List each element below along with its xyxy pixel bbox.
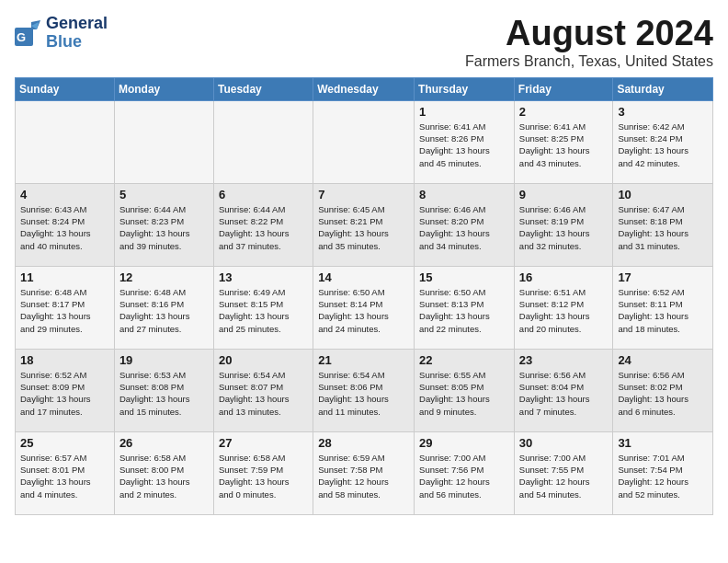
calendar-cell: 27Sunrise: 6:58 AM Sunset: 7:59 PM Dayli…	[213, 431, 313, 514]
weekday-header-tuesday: Tuesday	[213, 77, 313, 100]
calendar-header: SundayMondayTuesdayWednesdayThursdayFrid…	[16, 77, 713, 100]
day-number: 7	[318, 188, 409, 201]
day-number: 4	[20, 188, 109, 201]
calendar-cell: 21Sunrise: 6:54 AM Sunset: 8:06 PM Dayli…	[313, 349, 415, 431]
day-number: 19	[119, 353, 209, 367]
day-number: 2	[519, 105, 609, 119]
calendar-cell: 8Sunrise: 6:46 AM Sunset: 8:20 PM Daylig…	[415, 183, 515, 266]
logo-text-general: General	[46, 15, 108, 33]
weekday-header-sunday: Sunday	[16, 77, 115, 100]
day-info: Sunrise: 6:56 AM Sunset: 8:02 PM Dayligh…	[618, 369, 708, 418]
day-info: Sunrise: 6:55 AM Sunset: 8:05 PM Dayligh…	[419, 369, 509, 418]
day-number: 16	[519, 270, 609, 284]
day-info: Sunrise: 6:42 AM Sunset: 8:24 PM Dayligh…	[618, 121, 708, 169]
calendar-cell: 5Sunrise: 6:44 AM Sunset: 8:23 PM Daylig…	[114, 183, 213, 266]
calendar-week-row: 4Sunrise: 6:43 AM Sunset: 8:24 PM Daylig…	[16, 183, 713, 266]
day-number: 24	[618, 353, 708, 367]
weekday-header-saturday: Saturday	[613, 77, 713, 100]
calendar-week-row: 25Sunrise: 6:57 AM Sunset: 8:01 PM Dayli…	[16, 431, 713, 514]
day-number: 25	[20, 436, 109, 450]
day-info: Sunrise: 6:53 AM Sunset: 8:08 PM Dayligh…	[119, 369, 209, 418]
day-number: 1	[419, 105, 509, 119]
day-number: 8	[419, 188, 509, 201]
calendar-cell: 19Sunrise: 6:53 AM Sunset: 8:08 PM Dayli…	[114, 349, 213, 431]
day-info: Sunrise: 6:41 AM Sunset: 8:26 PM Dayligh…	[419, 121, 509, 169]
calendar-cell: 2Sunrise: 6:41 AM Sunset: 8:25 PM Daylig…	[514, 100, 613, 183]
calendar-cell: 30Sunrise: 7:00 AM Sunset: 7:55 PM Dayli…	[514, 431, 613, 514]
calendar-cell: 25Sunrise: 6:57 AM Sunset: 8:01 PM Dayli…	[16, 431, 115, 514]
day-number: 10	[618, 188, 708, 201]
day-info: Sunrise: 6:52 AM Sunset: 8:11 PM Dayligh…	[618, 286, 708, 335]
calendar-cell	[114, 100, 213, 183]
svg-text:G: G	[17, 30, 26, 44]
day-number: 9	[519, 188, 609, 201]
day-number: 12	[119, 270, 209, 284]
day-info: Sunrise: 6:58 AM Sunset: 8:00 PM Dayligh…	[119, 452, 209, 500]
calendar-cell: 23Sunrise: 6:56 AM Sunset: 8:04 PM Dayli…	[514, 349, 613, 431]
day-info: Sunrise: 6:44 AM Sunset: 8:22 PM Dayligh…	[219, 203, 308, 252]
day-number: 29	[419, 436, 509, 450]
day-info: Sunrise: 6:41 AM Sunset: 8:25 PM Dayligh…	[519, 121, 609, 169]
calendar-cell: 22Sunrise: 6:55 AM Sunset: 8:05 PM Dayli…	[415, 349, 515, 431]
day-number: 5	[119, 188, 209, 201]
day-info: Sunrise: 6:47 AM Sunset: 8:18 PM Dayligh…	[618, 203, 708, 252]
day-info: Sunrise: 6:52 AM Sunset: 8:09 PM Dayligh…	[20, 369, 109, 418]
day-info: Sunrise: 6:50 AM Sunset: 8:13 PM Dayligh…	[419, 286, 509, 335]
day-info: Sunrise: 6:56 AM Sunset: 8:04 PM Dayligh…	[519, 369, 609, 418]
calendar-cell: 15Sunrise: 6:50 AM Sunset: 8:13 PM Dayli…	[415, 266, 515, 349]
weekday-header-monday: Monday	[114, 77, 213, 100]
calendar-cell: 31Sunrise: 7:01 AM Sunset: 7:54 PM Dayli…	[613, 431, 713, 514]
day-info: Sunrise: 6:46 AM Sunset: 8:19 PM Dayligh…	[519, 203, 609, 252]
calendar-cell	[16, 100, 115, 183]
day-info: Sunrise: 6:59 AM Sunset: 7:58 PM Dayligh…	[318, 452, 409, 500]
calendar-cell: 26Sunrise: 6:58 AM Sunset: 8:00 PM Dayli…	[114, 431, 213, 514]
day-number: 28	[318, 436, 409, 450]
calendar-cell: 28Sunrise: 6:59 AM Sunset: 7:58 PM Dayli…	[313, 431, 415, 514]
calendar-cell: 10Sunrise: 6:47 AM Sunset: 8:18 PM Dayli…	[613, 183, 713, 266]
weekday-header-thursday: Thursday	[415, 77, 515, 100]
logo: G General Blue	[15, 15, 108, 52]
calendar-week-row: 1Sunrise: 6:41 AM Sunset: 8:26 PM Daylig…	[16, 100, 713, 183]
day-info: Sunrise: 6:54 AM Sunset: 8:06 PM Dayligh…	[318, 369, 409, 418]
day-info: Sunrise: 6:57 AM Sunset: 8:01 PM Dayligh…	[20, 452, 109, 500]
calendar-cell: 16Sunrise: 6:51 AM Sunset: 8:12 PM Dayli…	[514, 266, 613, 349]
calendar-cell: 3Sunrise: 6:42 AM Sunset: 8:24 PM Daylig…	[613, 100, 713, 183]
day-info: Sunrise: 6:50 AM Sunset: 8:14 PM Dayligh…	[318, 286, 409, 335]
day-number: 21	[318, 353, 409, 367]
weekday-header-friday: Friday	[514, 77, 613, 100]
page-header: G General Blue August 2024 Farmers Branc…	[15, 15, 713, 70]
title-block: August 2024 Farmers Branch, Texas, Unite…	[465, 15, 713, 70]
day-info: Sunrise: 6:48 AM Sunset: 8:17 PM Dayligh…	[20, 286, 109, 335]
calendar-cell: 11Sunrise: 6:48 AM Sunset: 8:17 PM Dayli…	[16, 266, 115, 349]
calendar-cell: 9Sunrise: 6:46 AM Sunset: 8:19 PM Daylig…	[514, 183, 613, 266]
day-number: 13	[219, 270, 308, 284]
logo-icon: G	[15, 20, 42, 46]
calendar-cell: 14Sunrise: 6:50 AM Sunset: 8:14 PM Dayli…	[313, 266, 415, 349]
calendar-cell: 24Sunrise: 6:56 AM Sunset: 8:02 PM Dayli…	[613, 349, 713, 431]
day-number: 31	[618, 436, 708, 450]
calendar-cell: 20Sunrise: 6:54 AM Sunset: 8:07 PM Dayli…	[213, 349, 313, 431]
calendar-cell: 12Sunrise: 6:48 AM Sunset: 8:16 PM Dayli…	[114, 266, 213, 349]
day-info: Sunrise: 6:54 AM Sunset: 8:07 PM Dayligh…	[219, 369, 308, 418]
day-number: 27	[219, 436, 308, 450]
calendar-week-row: 18Sunrise: 6:52 AM Sunset: 8:09 PM Dayli…	[16, 349, 713, 431]
calendar-cell: 29Sunrise: 7:00 AM Sunset: 7:56 PM Dayli…	[415, 431, 515, 514]
day-info: Sunrise: 6:51 AM Sunset: 8:12 PM Dayligh…	[519, 286, 609, 335]
day-info: Sunrise: 6:49 AM Sunset: 8:15 PM Dayligh…	[219, 286, 308, 335]
weekday-row: SundayMondayTuesdayWednesdayThursdayFrid…	[16, 77, 713, 100]
day-info: Sunrise: 6:45 AM Sunset: 8:21 PM Dayligh…	[318, 203, 409, 252]
day-info: Sunrise: 6:46 AM Sunset: 8:20 PM Dayligh…	[419, 203, 509, 252]
day-number: 17	[618, 270, 708, 284]
location: Farmers Branch, Texas, United States	[465, 53, 713, 70]
day-number: 22	[419, 353, 509, 367]
logo-text-blue: Blue	[46, 33, 108, 52]
day-info: Sunrise: 7:00 AM Sunset: 7:56 PM Dayligh…	[419, 452, 509, 500]
day-info: Sunrise: 7:01 AM Sunset: 7:54 PM Dayligh…	[618, 452, 708, 500]
day-info: Sunrise: 6:58 AM Sunset: 7:59 PM Dayligh…	[219, 452, 308, 500]
day-number: 6	[219, 188, 308, 201]
day-number: 23	[519, 353, 609, 367]
calendar-body: 1Sunrise: 6:41 AM Sunset: 8:26 PM Daylig…	[16, 100, 713, 514]
day-number: 20	[219, 353, 308, 367]
day-number: 11	[20, 270, 109, 284]
calendar-cell: 13Sunrise: 6:49 AM Sunset: 8:15 PM Dayli…	[213, 266, 313, 349]
